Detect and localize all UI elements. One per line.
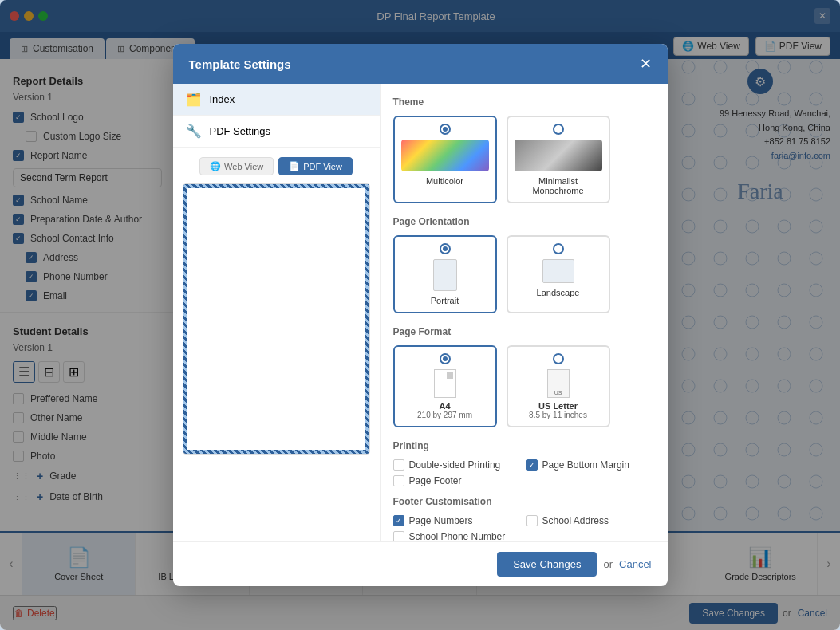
us-label-inner: US	[554, 390, 562, 396]
school-phone-checkbox[interactable]	[393, 531, 404, 541]
school-address-option: School Address	[526, 515, 655, 526]
multicolor-radio[interactable]	[440, 124, 451, 135]
pdf-settings-icon: 🔧	[186, 124, 202, 139]
school-address-checkbox[interactable]	[526, 515, 538, 526]
page-bottom-margin-checkbox[interactable]	[526, 459, 538, 471]
a4-label: A4	[401, 401, 489, 411]
page-numbers-label: Page Numbers	[409, 515, 473, 526]
doc-sign-title: Head of School	[191, 354, 222, 359]
modal-left-panel: 🗂️ Index 🔧 PDF Settings 🌐 Web View	[173, 84, 381, 541]
footer-options: Page Numbers School Address School Phone…	[393, 515, 655, 541]
modal-or-text: or	[603, 558, 613, 570]
pdf-settings-label: PDF Settings	[210, 125, 271, 137]
page-footer-label: Page Footer	[409, 475, 462, 486]
doc-comment-text: Chloe has been doing a wonderful job in …	[199, 329, 357, 333]
page-bottom-margin-option: Page Bottom Margin	[526, 459, 655, 471]
orientation-options: Portrait Landscape	[393, 235, 655, 313]
modal-close-button[interactable]: ✕	[640, 55, 652, 73]
printing-options: Double-sided Printing Page Bottom Margin…	[393, 459, 655, 486]
theme-monochrome[interactable]: Minimalist Monochrome	[507, 116, 610, 203]
modal-sidebar-pdf-settings[interactable]: 🔧 PDF Settings	[173, 116, 380, 148]
monochrome-radio[interactable]	[553, 124, 564, 135]
double-sided-checkbox[interactable]	[393, 459, 404, 471]
modal-body: 🗂️ Index 🔧 PDF Settings 🌐 Web View	[173, 84, 668, 541]
doc-dear-parents: Dear Parents,	[191, 242, 361, 246]
us-label: US Letter	[515, 401, 602, 411]
school-phone-label: School Phone Number	[409, 531, 506, 541]
theme-section-title: Theme	[393, 96, 655, 108]
template-settings-modal: Template Settings ✕ 🗂️ Index 🔧 PDF Setti…	[173, 44, 668, 586]
doc-grade-label: Grade:	[215, 222, 230, 227]
landscape-icon	[542, 259, 574, 283]
us-preview: US	[547, 369, 570, 398]
page-numbers-checkbox[interactable]	[393, 515, 404, 526]
double-sided-label: Double-sided Printing	[409, 459, 501, 471]
portrait-icon	[433, 259, 457, 291]
doc-signature-cursive: Voted	[191, 341, 222, 349]
format-section-title: Page Format	[393, 326, 655, 337]
portrait-radio[interactable]	[440, 243, 451, 254]
us-radio[interactable]	[553, 353, 564, 364]
index-icon: 🗂️	[186, 92, 202, 107]
landscape-label: Landscape	[515, 288, 602, 297]
doc-advisor-row: Advisor: Richard Chandler Student ID: 10…	[215, 230, 356, 234]
modal-cancel-link[interactable]: Cancel	[619, 558, 651, 570]
modal-sidebar-index[interactable]: 🗂️ Index	[173, 84, 380, 116]
doc-prepared: Prepared on June 1, 2022 by Sharon Arnew	[191, 205, 361, 210]
doc-student-info: Chloe Epelbaum Grade: Grade 2 Date of Bi…	[215, 215, 356, 237]
preview-area: 🌐 Web View 📄 PDF View	[173, 148, 380, 464]
monochrome-label: Minimalist Monochrome	[515, 176, 602, 195]
printing-section-title: Printing	[393, 440, 655, 451]
doc-watermark: FariaInternationalSchool	[290, 396, 363, 447]
modal-footer: Save Changes or Cancel	[173, 541, 668, 586]
doc-sign-row: Voted John Walked Head of School FariaIn…	[191, 341, 361, 359]
doc-logo: F	[190, 186, 201, 197]
orientation-landscape[interactable]: Landscape	[507, 235, 610, 313]
double-sided-option: Double-sided Printing	[393, 459, 522, 471]
format-a4[interactable]: A4 210 by 297 mm	[393, 345, 497, 427]
doc-body-text: An education at Faria International Scho…	[191, 249, 361, 295]
modal-save-label: Save Changes	[513, 558, 581, 570]
modal-save-button[interactable]: Save Changes	[497, 552, 597, 577]
doc-comment-header: 📋 HR Advisor	[199, 321, 357, 327]
modal-overlay[interactable]: Template Settings ✕ 🗂️ Index 🔧 PDF Setti…	[0, 0, 840, 630]
orientation-portrait[interactable]: Portrait	[393, 235, 497, 313]
index-label: Index	[210, 93, 235, 105]
modal-title: Template Settings	[189, 57, 291, 71]
att-badge-1: Present	[191, 308, 211, 314]
preview-web-view-tab[interactable]: 🌐 Web View	[199, 157, 274, 175]
multicolor-label: Multicolor	[401, 176, 489, 186]
a4-radio[interactable]	[440, 353, 451, 364]
school-address-label: School Address	[542, 515, 609, 526]
page-numbers-option: Page Numbers	[393, 515, 522, 526]
doc-att-badges: Present Absent Late Excused Other	[191, 308, 361, 314]
doc-sign-name: John Walked	[191, 349, 222, 354]
landscape-radio[interactable]	[553, 243, 564, 254]
orientation-section-title: Page Orientation	[393, 216, 655, 227]
doc-header-bar: F Second Term Report Faria International…	[183, 184, 369, 199]
page-footer-checkbox[interactable]	[393, 475, 404, 486]
school-phone-option: School Phone Number	[393, 531, 522, 541]
modal-header: Template Settings ✕	[173, 44, 668, 84]
doc-student-photo: 👤	[191, 215, 211, 237]
theme-multicolor[interactable]: Multicolor	[393, 116, 497, 203]
portrait-label: Portrait	[401, 296, 489, 305]
doc-student-row: 👤 Chloe Epelbaum Grade: Grade 2 Date of …	[191, 215, 361, 237]
multicolor-preview	[401, 140, 489, 171]
preview-web-icon: 🌐	[210, 161, 221, 171]
doc-grade-val: Grade 2	[230, 222, 246, 227]
doc-dob-label: Date of Birth:	[250, 222, 276, 227]
a4-preview	[434, 369, 456, 398]
us-size: 8.5 by 11 inches	[515, 411, 602, 419]
format-options: A4 210 by 297 mm US US Letter 8.5 by 11 …	[393, 345, 655, 427]
doc-school-name: Second Term Report Faria International S…	[206, 187, 260, 197]
theme-options: Multicolor Minimalist Monochrome	[393, 116, 655, 203]
monochrome-preview	[515, 140, 602, 171]
footer-section-title: Footer Customisation	[393, 496, 655, 507]
att-badge-4: Excused	[249, 308, 270, 314]
format-us-letter[interactable]: US US Letter 8.5 by 11 inches	[507, 345, 610, 427]
preview-pdf-view-tab[interactable]: 📄 PDF View	[278, 157, 353, 175]
att-badge-3: Late	[233, 308, 247, 314]
doc-attendance-label: Attendance	[191, 300, 361, 305]
a4-corner	[447, 372, 453, 379]
